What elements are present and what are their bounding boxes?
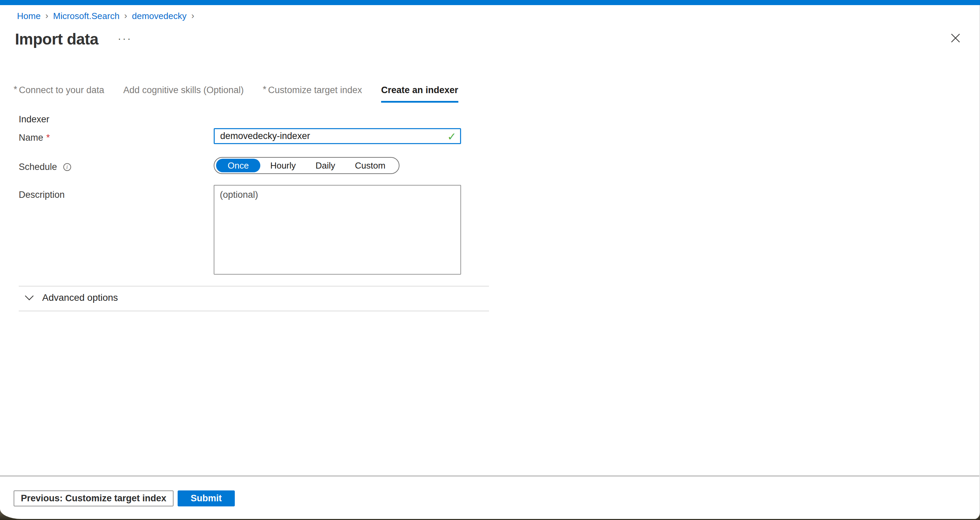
schedule-option-custom[interactable]: Custom <box>345 159 395 172</box>
tab-label: Create an indexer <box>381 85 458 95</box>
schedule-label: Schedule i <box>19 162 71 172</box>
previous-step-button[interactable]: Previous: Customize target index <box>14 490 173 506</box>
footer-divider <box>0 476 979 477</box>
advanced-options-label: Advanced options <box>42 292 118 303</box>
divider <box>19 286 489 287</box>
top-accent-bar <box>0 0 980 5</box>
schedule-option-once[interactable]: Once <box>216 159 260 172</box>
chevron-down-icon <box>24 295 34 300</box>
breadcrumb-separator-icon: › <box>45 11 48 21</box>
schedule-option-hourly[interactable]: Hourly <box>260 159 305 172</box>
tab-label: Customize target index <box>268 85 362 95</box>
tab-add-cognitive-skills[interactable]: Add cognitive skills (Optional) <box>123 85 243 103</box>
close-icon <box>950 33 961 43</box>
import-data-panel: Home › Microsoft.Search › demovedecky › … <box>0 0 980 519</box>
tab-label: Add cognitive skills (Optional) <box>123 85 243 95</box>
breadcrumb-home[interactable]: Home <box>17 11 40 21</box>
schedule-label-text: Schedule <box>19 162 57 172</box>
breadcrumb-demovedecky[interactable]: demovedecky <box>132 11 186 21</box>
more-options-icon[interactable]: ··· <box>118 33 132 44</box>
description-label: Description <box>19 190 65 200</box>
breadcrumb-microsoft-search[interactable]: Microsoft.Search <box>53 11 119 21</box>
close-button[interactable] <box>949 31 962 45</box>
tab-create-an-indexer[interactable]: Create an indexer <box>381 85 458 103</box>
description-label-text: Description <box>19 190 65 200</box>
page-title: Import data <box>15 30 98 48</box>
schedule-option-daily[interactable]: Daily <box>305 159 345 172</box>
breadcrumb-separator-icon: › <box>124 11 127 21</box>
name-label: Name * <box>19 133 50 143</box>
breadcrumb: Home › Microsoft.Search › demovedecky › <box>17 11 194 21</box>
advanced-options-toggle[interactable]: Advanced options <box>24 292 118 303</box>
name-field-wrapper: ✓ <box>214 128 461 144</box>
tab-connect-to-your-data[interactable]: *Connect to your data <box>14 85 104 103</box>
tab-customize-target-index[interactable]: *Customize target index <box>263 85 362 103</box>
tab-required-mark: * <box>263 84 266 95</box>
name-label-text: Name <box>19 133 43 143</box>
description-textarea[interactable] <box>214 185 461 274</box>
required-asterisk: * <box>46 133 50 143</box>
tab-required-mark: * <box>14 84 18 95</box>
wizard-tabs: *Connect to your data Add cognitive skil… <box>14 85 458 103</box>
info-icon[interactable]: i <box>63 163 71 171</box>
indexer-name-input[interactable] <box>214 128 461 144</box>
tab-label: Connect to your data <box>19 85 105 95</box>
submit-button[interactable]: Submit <box>178 490 235 506</box>
section-title-indexer: Indexer <box>19 114 49 125</box>
schedule-toggle-group: Once Hourly Daily Custom <box>214 157 399 174</box>
breadcrumb-separator-icon: › <box>191 11 194 21</box>
screen: Home › Microsoft.Search › demovedecky › … <box>0 0 980 520</box>
divider <box>19 311 489 311</box>
